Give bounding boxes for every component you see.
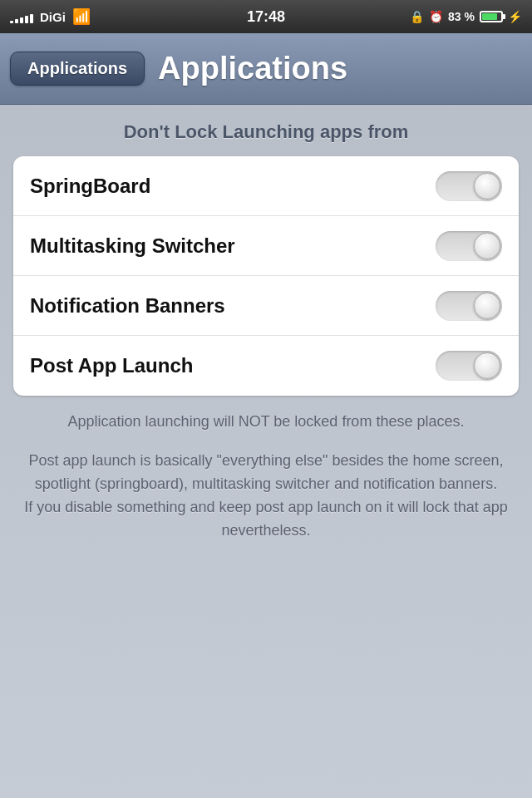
status-right: 🔒 ⏰ 83 % ⚡ — [410, 10, 522, 23]
nav-title: Applications — [158, 51, 522, 86]
notification-toggle[interactable] — [436, 291, 502, 321]
signal-bar-1 — [10, 21, 13, 23]
multitasking-toggle[interactable] — [436, 231, 502, 261]
post-app-toggle[interactable] — [436, 351, 502, 381]
main-content: Don't Lock Launching apps from SpringBoa… — [0, 105, 532, 798]
lock-icon: 🔒 — [410, 10, 424, 23]
back-button[interactable]: Applications — [10, 52, 145, 86]
post-app-row: Post App Launch — [13, 336, 519, 396]
charging-icon: ⚡ — [508, 10, 522, 23]
status-time: 17:48 — [247, 8, 285, 26]
settings-card: SpringBoard Multitasking Switcher Notifi… — [13, 156, 519, 396]
footer-text-2: Post app launch is basically "everything… — [13, 450, 519, 543]
section-header: Don't Lock Launching apps from — [13, 121, 519, 143]
notification-toggle-knob — [474, 293, 500, 319]
battery-icon — [480, 11, 503, 22]
signal-bar-5 — [30, 14, 33, 23]
status-left: DiGi 📶 — [10, 7, 91, 26]
multitasking-label: Multitasking Switcher — [30, 234, 235, 258]
multitasking-row: Multitasking Switcher — [13, 216, 519, 276]
multitasking-toggle-knob — [474, 233, 500, 259]
wifi-icon: 📶 — [72, 7, 91, 26]
clock-icon: ⏰ — [429, 10, 443, 23]
signal-bar-2 — [15, 19, 18, 23]
post-app-label: Post App Launch — [30, 354, 193, 377]
signal-bar-4 — [25, 16, 28, 23]
battery-fill — [482, 13, 497, 20]
springboard-row: SpringBoard — [13, 156, 519, 216]
signal-bar-3 — [20, 17, 23, 23]
signal-bars-icon — [10, 10, 33, 23]
notification-row: Notification Banners — [13, 276, 519, 336]
springboard-label: SpringBoard — [30, 175, 150, 198]
battery-percent: 83 % — [448, 10, 475, 23]
carrier-name: DiGi — [40, 10, 66, 24]
springboard-toggle-knob — [474, 173, 500, 200]
status-bar: DiGi 📶 17:48 🔒 ⏰ 83 % ⚡ — [0, 0, 532, 33]
springboard-toggle[interactable] — [436, 171, 502, 201]
notification-label: Notification Banners — [30, 294, 225, 318]
footer-text-1: Application launching will NOT be locked… — [13, 411, 519, 433]
post-app-toggle-knob — [474, 352, 500, 379]
nav-bar: Applications Applications — [0, 33, 532, 105]
